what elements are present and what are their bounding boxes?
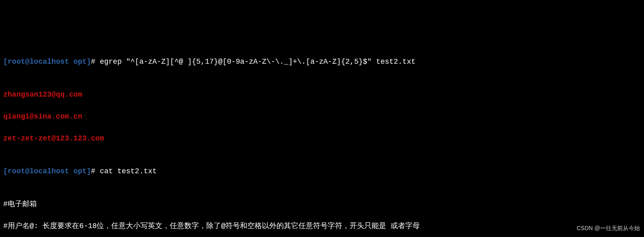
bracket-open: [ [3,167,8,175]
bracket-open: [ [3,58,8,66]
file-line: #电子邮箱 [3,199,641,210]
egrep-match: zhangsan123@qq.com [3,89,641,100]
file-line: #用户名@: 长度要求在6-18位，任意大小写英文，任意数字，除了@符号和空格以… [3,221,641,232]
prompt-text: root@localhost opt [8,167,86,175]
command-cat: cat test2.txt [100,167,157,175]
egrep-match: qiangi@sina.com.cn [3,111,641,122]
prompt-line-2[interactable]: [root@localhost opt]# cat test2.txt [3,166,641,177]
egrep-match: zet-zet-zet@123.123.com [3,133,641,144]
watermark: CSDN @一往无前从今始 [577,223,640,234]
prompt-hash: # [91,58,100,66]
bracket-close: ] [86,167,91,175]
prompt-hash: # [91,167,100,175]
prompt-text: root@localhost opt [8,58,86,66]
command-egrep: egrep "^[a-zA-Z][^@ ]{5,17}@[0-9a-zA-Z\-… [100,58,416,66]
bracket-close: ] [86,58,91,66]
prompt-line-1[interactable]: [root@localhost opt]# egrep "^[a-zA-Z][^… [3,56,641,67]
